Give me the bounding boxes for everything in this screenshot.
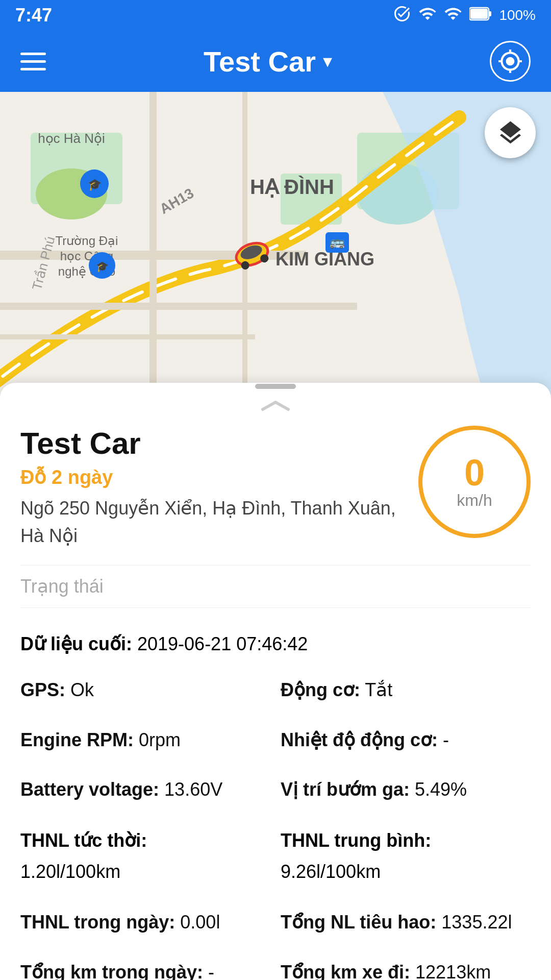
app-bar: Test Car ▾ <box>0 31 551 92</box>
layer-toggle-button[interactable] <box>485 107 536 158</box>
battery-field: Battery voltage: 13.60V <box>20 779 222 800</box>
signal-icon <box>444 5 462 27</box>
fuel-instant-item: THNL tức thời: 1.20l/100km <box>20 825 281 887</box>
my-location-button[interactable] <box>490 41 531 82</box>
fuel-day-field: THNL trong ngày: 0.00l <box>20 912 220 933</box>
fuel-avg-item: THNL trung bình: 9.26l/100km <box>281 825 531 887</box>
battery-icon <box>469 7 492 24</box>
vehicle-status: Đỗ 2 ngày <box>20 466 418 488</box>
status-section: Trạng thái <box>20 565 531 608</box>
throttle-item: Vị trí bướm ga: 5.49% <box>281 775 531 804</box>
gps-engine-row: GPS: Ok Động cơ: Tắt <box>20 675 531 705</box>
battery-percentage: 100% <box>499 7 536 23</box>
speed-unit: km/h <box>457 491 492 510</box>
rpm-field: Engine RPM: 0rpm <box>20 729 181 750</box>
speed-value: 0 <box>464 454 485 491</box>
km-day-field: Tổng km trong ngày: - <box>20 962 214 980</box>
svg-text:HẠ ĐÌNH: HẠ ĐÌNH <box>250 176 334 198</box>
total-km-field: Tổng km xe đi: 12213km <box>281 962 491 980</box>
total-fuel-field: Tổng NL tiêu hao: 1335.22l <box>281 912 512 933</box>
gps-item: GPS: Ok <box>20 675 281 705</box>
last-data-row: Dữ liệu cuối: 2019-06-21 07:46:42 <box>20 633 531 655</box>
throttle-field: Vị trí bướm ga: 5.49% <box>281 779 467 800</box>
status-label: Trạng thái <box>20 576 104 597</box>
battery-throttle-row: Battery voltage: 13.60V Vị trí bướm ga: … <box>20 775 531 804</box>
status-icons: 100% <box>393 5 536 27</box>
svg-text:🎓: 🎓 <box>96 260 109 273</box>
total-km-item: Tổng km xe đi: 12213km <box>281 958 531 980</box>
fuel-day-total-row: THNL trong ngày: 0.00l Tổng NL tiêu hao:… <box>20 908 531 937</box>
engine-temp-field: Nhiệt độ động cơ: - <box>281 729 449 750</box>
svg-rect-1 <box>489 11 491 16</box>
menu-button[interactable] <box>20 53 46 70</box>
vehicle-address: Ngõ 250 Nguyễn Xiển, Hạ Đình, Thanh Xuân… <box>20 495 418 550</box>
svg-text:KIM GIANG: KIM GIANG <box>276 249 374 270</box>
app-title-text: Test Car <box>204 45 316 78</box>
fuel-row: THNL tức thời: 1.20l/100km THNL trung bì… <box>20 825 531 887</box>
pull-handle[interactable] <box>0 384 551 398</box>
km-day-item: Tổng km trong ngày: - <box>20 958 281 980</box>
vehicle-header: Test Car Đỗ 2 ngày Ngõ 250 Nguyễn Xiển, … <box>20 426 531 550</box>
wifi-icon <box>418 5 437 27</box>
fuel-avg-field: THNL trung bình: 9.26l/100km <box>281 825 531 887</box>
app-title[interactable]: Test Car ▾ <box>204 45 332 78</box>
fuel-day-item: THNL trong ngày: 0.00l <box>20 908 281 937</box>
speed-circle: 0 km/h <box>418 426 531 538</box>
svg-text:🎓: 🎓 <box>88 178 102 191</box>
status-bar: 7:47 100% <box>0 0 551 31</box>
battery-item: Battery voltage: 13.60V <box>20 775 281 804</box>
engine-temp-item: Nhiệt độ động cơ: - <box>281 725 531 755</box>
vehicle-name: Test Car <box>20 426 418 461</box>
gps-field: GPS: Ok <box>20 679 94 700</box>
data-section: Dữ liệu cuối: 2019-06-21 07:46:42 GPS: O… <box>20 623 531 980</box>
vehicle-detail-panel: Test Car Đỗ 2 ngày Ngõ 250 Nguyễn Xiển, … <box>0 383 551 980</box>
engine-field: Động cơ: Tắt <box>281 679 392 700</box>
map-view[interactable]: AH13 Trần Phú HẠ ĐÌNH KIM GIANG Trường Đ… <box>0 92 551 398</box>
panel-drag-handle[interactable] <box>20 398 531 413</box>
svg-text:Trường Đại: Trường Đại <box>56 234 118 248</box>
status-time: 7:47 <box>15 5 52 26</box>
svg-text:🚌: 🚌 <box>330 234 345 249</box>
fuel-instant-field: THNL tức thời: 1.20l/100km <box>20 825 270 887</box>
engine-item: Động cơ: Tắt <box>281 675 531 705</box>
rpm-item: Engine RPM: 0rpm <box>20 725 281 755</box>
svg-rect-2 <box>470 9 488 19</box>
total-fuel-item: Tổng NL tiêu hao: 1335.22l <box>281 908 531 937</box>
rpm-temp-row: Engine RPM: 0rpm Nhiệt độ động cơ: - <box>20 725 531 755</box>
dropdown-arrow-icon: ▾ <box>323 51 332 72</box>
vehicle-info: Test Car Đỗ 2 ngày Ngõ 250 Nguyễn Xiển, … <box>20 426 418 550</box>
km-row: Tổng km trong ngày: - Tổng km xe đi: 122… <box>20 958 531 980</box>
alarm-icon <box>393 5 411 27</box>
last-data-label: Dữ liệu cuối: 2019-06-21 07:46:42 <box>20 633 308 655</box>
speedometer: 0 km/h <box>418 426 531 538</box>
svg-text:học Hà Nội: học Hà Nội <box>38 131 105 146</box>
